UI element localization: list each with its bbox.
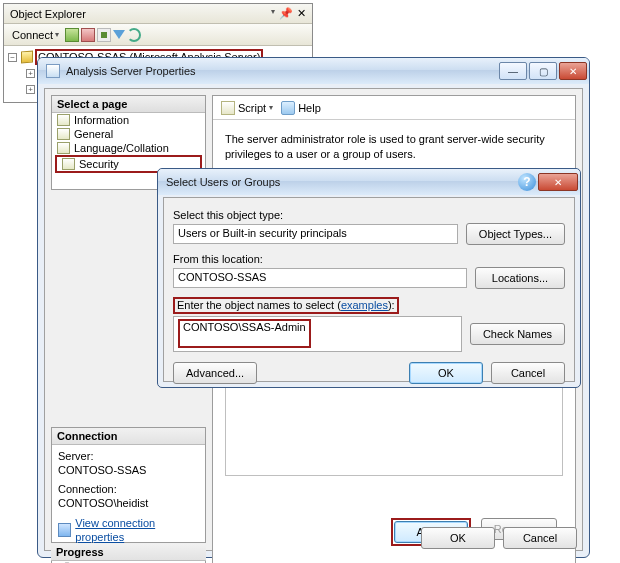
object-explorer-titlebar: Object Explorer ▾ 📌 ✕: [4, 4, 312, 24]
object-names-input[interactable]: CONTOSO\SSAS-Admin: [173, 316, 462, 352]
advanced-button[interactable]: Advanced...: [173, 362, 257, 384]
server-value: CONTOSO-SSAS: [58, 463, 199, 477]
dialog-title: Select Users or Groups: [166, 176, 280, 188]
properties-icon: [58, 523, 71, 537]
location-field: CONTOSO-SSAS: [173, 268, 467, 288]
content-toolbar: Script ▾ Help: [213, 96, 575, 120]
cancel-button[interactable]: Cancel: [503, 527, 577, 549]
tree-expand-icon[interactable]: +: [26, 85, 35, 94]
check-names-button[interactable]: Check Names: [470, 323, 565, 345]
window-icon: [46, 64, 60, 78]
server-label: Server:: [58, 449, 199, 463]
security-description: The server administrator role is used to…: [213, 120, 568, 166]
connection-panel: Connection Server: CONTOSO-SSAS Connecti…: [51, 427, 206, 543]
object-names-label: Enter the object names to select (exampl…: [173, 297, 565, 314]
page-selector-header: Select a page: [52, 96, 205, 113]
connect-icon[interactable]: [65, 28, 79, 42]
page-icon: [57, 114, 70, 126]
refresh-icon[interactable]: [127, 28, 141, 42]
minimize-button[interactable]: —: [499, 62, 527, 80]
dropdown-icon[interactable]: ▾: [271, 7, 275, 20]
select-users-titlebar[interactable]: Select Users or Groups ? ✕: [158, 169, 580, 195]
tree-collapse-icon[interactable]: −: [8, 53, 17, 62]
page-item-general[interactable]: General: [52, 127, 205, 141]
locations-button[interactable]: Locations...: [475, 267, 565, 289]
ok-button[interactable]: OK: [409, 362, 483, 384]
examples-link[interactable]: examples: [341, 299, 388, 311]
chevron-down-icon: ▾: [269, 103, 273, 112]
server-properties-titlebar[interactable]: Analysis Server Properties — ▢ ✕: [38, 58, 589, 84]
cancel-button[interactable]: Cancel: [491, 362, 565, 384]
page-icon: [57, 142, 70, 154]
ok-button[interactable]: OK: [421, 527, 495, 549]
connection-header: Connection: [52, 428, 205, 445]
script-icon: [221, 101, 235, 115]
connection-label: Connection:: [58, 482, 199, 496]
close-icon[interactable]: ✕: [297, 7, 306, 20]
disconnect-icon[interactable]: [81, 28, 95, 42]
object-explorer-toolbar: Connect▾: [4, 24, 312, 46]
connection-value: CONTOSO\heidist: [58, 496, 199, 510]
page-item-language[interactable]: Language/Collation: [52, 141, 205, 155]
filter-icon[interactable]: [113, 30, 125, 39]
select-users-dialog: Select Users or Groups ? ✕ Select this o…: [157, 168, 581, 388]
help-icon: [281, 101, 295, 115]
close-button[interactable]: ✕: [559, 62, 587, 80]
window-title: Analysis Server Properties: [66, 65, 196, 77]
object-explorer-title: Object Explorer: [10, 8, 86, 20]
page-icon: [62, 158, 75, 170]
tree-expand-icon[interactable]: +: [26, 69, 35, 78]
help-icon[interactable]: ?: [518, 173, 536, 191]
help-button[interactable]: Help: [281, 101, 321, 115]
page-icon: [57, 128, 70, 140]
page-item-information[interactable]: Information: [52, 113, 205, 127]
close-button[interactable]: ✕: [538, 173, 578, 191]
view-connection-properties-link[interactable]: View connection properties: [58, 516, 199, 545]
connect-button[interactable]: Connect▾: [8, 28, 63, 42]
maximize-button[interactable]: ▢: [529, 62, 557, 80]
pin-icon[interactable]: 📌: [279, 7, 293, 20]
server-icon: [21, 51, 33, 64]
location-label: From this location:: [173, 253, 565, 265]
object-type-label: Select this object type:: [173, 209, 565, 221]
object-types-button[interactable]: Object Types...: [466, 223, 565, 245]
stop-icon[interactable]: [97, 28, 111, 42]
script-button[interactable]: Script ▾: [221, 101, 273, 115]
progress-header: Progress: [51, 544, 206, 561]
object-type-field: Users or Built-in security principals: [173, 224, 458, 244]
